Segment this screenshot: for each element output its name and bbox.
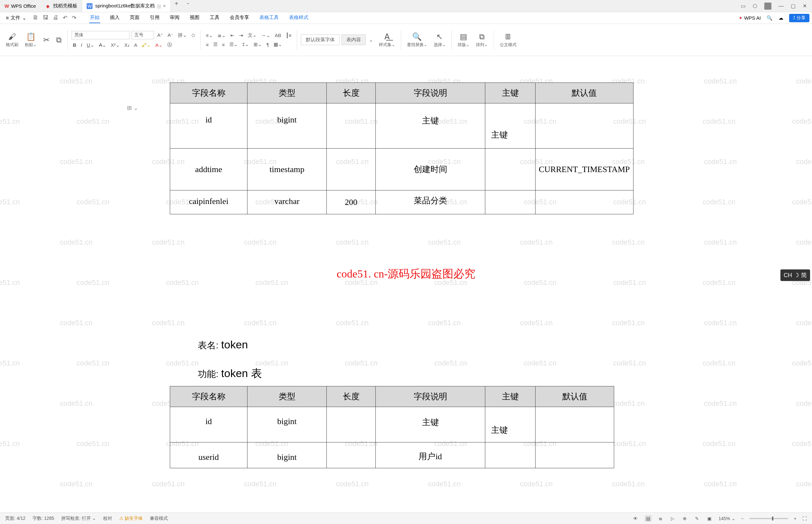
cell[interactable]: 用户id xyxy=(376,442,485,468)
char-shading-button[interactable]: A xyxy=(133,42,138,48)
clear-format-icon[interactable]: ◇ xyxy=(190,32,197,39)
search-icon[interactable]: 🔍 xyxy=(766,15,773,21)
style-more-button[interactable]: ⌄ xyxy=(368,36,375,44)
cell[interactable]: bigint xyxy=(247,407,327,442)
avatar[interactable] xyxy=(764,3,772,10)
minimize-button[interactable]: — xyxy=(778,3,784,9)
style-default-para[interactable]: 默认段落字体 xyxy=(301,34,339,45)
menu-tools[interactable]: 工具 xyxy=(209,13,220,23)
cut-button[interactable]: ✂ xyxy=(41,35,52,45)
file-menu[interactable]: ≡ 文件 ⌄ xyxy=(3,15,30,21)
gov-mode-group[interactable]: 🗏公文模式 xyxy=(498,32,518,48)
font-size-combo[interactable]: 五号 xyxy=(131,31,154,39)
th-field-name[interactable]: 字段名称 xyxy=(170,387,247,407)
th-desc[interactable]: 字段说明 xyxy=(376,387,485,407)
line-spacing-button[interactable]: ‡⌄ xyxy=(241,41,250,48)
th-type[interactable]: 类型 xyxy=(247,387,327,407)
underline-button[interactable]: U⌄ xyxy=(85,42,96,49)
th-pk[interactable]: 主键 xyxy=(485,83,535,103)
cell[interactable]: addtime xyxy=(170,149,247,191)
strike-button[interactable]: A̶⌄ xyxy=(98,42,107,49)
paste-group[interactable]: 📋粘贴⌄ xyxy=(23,32,39,48)
format-painter-group[interactable]: 🖌格式刷 xyxy=(4,32,20,48)
cell[interactable] xyxy=(327,149,376,191)
menu-page[interactable]: 页面 xyxy=(129,13,140,23)
columns-button[interactable]: ▦⌄ xyxy=(272,41,284,48)
arrange-group[interactable]: ⧉排列⌄ xyxy=(474,32,490,48)
menu-member[interactable]: 会员专享 xyxy=(229,13,250,23)
shrink-font-icon[interactable]: A⁻ xyxy=(166,32,175,39)
phonetic-icon[interactable]: 拼⌄ xyxy=(177,32,188,39)
find-replace-group[interactable]: 🔍查找替换⌄ xyxy=(405,32,429,48)
close-icon[interactable]: × xyxy=(163,3,166,9)
undo-icon[interactable]: ↶ xyxy=(63,15,67,21)
indent-button[interactable]: ⇥ xyxy=(238,32,245,39)
cell[interactable]: 200 xyxy=(327,191,376,214)
view-focus-icon[interactable]: ▣ xyxy=(706,515,713,522)
table-move-handle-icon[interactable]: ⊞ ⌄ xyxy=(127,104,138,112)
cube-icon[interactable]: ⬡ xyxy=(753,3,757,9)
cell[interactable]: timestamp xyxy=(247,149,327,191)
word-count[interactable]: 字数: 1285 xyxy=(33,515,54,521)
view-outline-icon[interactable]: ≣ xyxy=(657,515,664,522)
close-window-button[interactable]: ✕ xyxy=(803,3,807,9)
cell[interactable] xyxy=(535,191,633,214)
cell[interactable] xyxy=(327,103,376,149)
bold-button[interactable]: B xyxy=(71,42,78,48)
cell[interactable]: 主键 xyxy=(485,103,535,149)
th-field-name[interactable]: 字段名称 xyxy=(170,83,247,103)
numbering-button[interactable]: ≣⌄ xyxy=(216,32,227,39)
menu-view[interactable]: 视图 xyxy=(189,13,200,23)
menu-insert[interactable]: 插入 xyxy=(109,13,120,23)
cell[interactable] xyxy=(535,103,633,149)
menu-table-tools[interactable]: 表格工具 xyxy=(259,13,279,23)
zoom-out-button[interactable]: − xyxy=(741,516,744,521)
cell[interactable] xyxy=(485,149,535,191)
cell[interactable]: bigint xyxy=(247,442,327,468)
view-ruler-icon[interactable]: ✎ xyxy=(694,515,700,522)
th-length[interactable]: 长度 xyxy=(327,83,376,103)
cell[interactable]: userid xyxy=(170,442,247,468)
outdent-button[interactable]: ⇤ xyxy=(229,32,236,39)
th-type[interactable]: 类型 xyxy=(247,83,327,103)
style-table-content[interactable]: 表内容 xyxy=(342,34,366,45)
tab-stops-button[interactable]: ┃≡ xyxy=(284,32,293,39)
db-table-1[interactable]: 字段名称 类型 长度 字段说明 主键 默认值 id bigint 主键 主键 a… xyxy=(170,82,633,214)
ime-indicator[interactable]: CH ☽ 简 xyxy=(780,269,810,281)
missing-font-warning[interactable]: 缺失字体 xyxy=(119,515,143,521)
font-name-combo[interactable]: 黑体 xyxy=(71,31,130,39)
style-set-group[interactable]: A͟样式集⌄ xyxy=(377,32,397,48)
cell[interactable] xyxy=(485,191,535,214)
char-scale-button[interactable]: ↔⌄ xyxy=(260,32,272,39)
text-direction-button[interactable]: 文⌄ xyxy=(247,32,258,39)
cell[interactable]: 菜品分类 xyxy=(376,191,485,214)
proofread-button[interactable]: 校对 xyxy=(103,515,112,521)
fullscreen-icon[interactable]: ⛶ xyxy=(802,516,807,521)
tab-menu-button[interactable]: ⌄ xyxy=(182,0,194,12)
cell[interactable]: 主键 xyxy=(376,103,485,149)
cell[interactable] xyxy=(327,442,376,468)
maximize-button[interactable]: ▢ xyxy=(791,3,796,9)
menu-reference[interactable]: 引用 xyxy=(149,13,160,23)
compat-mode[interactable]: 兼容模式 xyxy=(150,515,168,521)
cell[interactable]: 主键 xyxy=(376,407,485,442)
font-color-button[interactable]: A⌄ xyxy=(154,42,164,49)
select-group[interactable]: ↖选择⌄ xyxy=(432,32,448,48)
table-name-caption[interactable]: 表名: token xyxy=(198,338,248,351)
menu-table-style[interactable]: 表格样式 xyxy=(288,13,309,23)
share-button[interactable]: ⤴ 分享 xyxy=(789,14,809,22)
zoom-in-button[interactable]: + xyxy=(794,516,797,521)
menu-review[interactable]: 审阅 xyxy=(169,13,180,23)
th-default[interactable]: 默认值 xyxy=(535,387,614,407)
db-table-2[interactable]: 字段名称 类型 长度 字段说明 主键 默认值 id bigint 主键 主键 u… xyxy=(170,386,614,468)
save-icon[interactable]: 🖫 xyxy=(43,15,48,21)
th-default[interactable]: 默认值 xyxy=(535,83,633,103)
borders-button[interactable]: ⊞⌄ xyxy=(252,41,263,48)
grow-font-icon[interactable]: A⁺ xyxy=(156,32,164,39)
print-icon[interactable]: 🖨 xyxy=(53,15,58,21)
subscript-button[interactable]: X₂ xyxy=(123,42,131,49)
view-play-icon[interactable]: ▷ xyxy=(669,515,676,522)
cell[interactable]: 创建时间 xyxy=(376,149,485,191)
th-pk[interactable]: 主键 xyxy=(485,387,535,407)
zoom-level[interactable]: 145% ⌄ xyxy=(718,516,735,521)
